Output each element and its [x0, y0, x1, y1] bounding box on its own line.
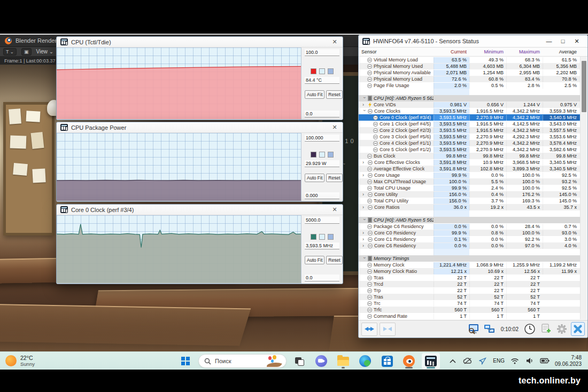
- hwinfo-title-bar[interactable]: HWiNFO64 v7.46-5110 - Sensors Status — □…: [359, 35, 587, 48]
- graph-title-bar[interactable]: Core 0 Clock (perf #3/4) ✕: [57, 205, 343, 215]
- background-color-swatch[interactable]: [319, 152, 325, 158]
- sensor-group-row[interactable]: ›CPU [#0]: AMD Ryzen 5 5625...: [359, 217, 581, 223]
- expander-icon[interactable]: ›: [362, 257, 367, 261]
- table-row[interactable]: Physical Memory Used5,488 MB4,603 MB6,30…: [359, 63, 581, 69]
- table-row[interactable]: ›Core Ratios36.0 x19.2 x43.5 x35.7 x: [359, 204, 581, 210]
- expander-icon[interactable]: ›: [362, 244, 366, 248]
- close-icon[interactable]: ✕: [330, 38, 339, 45]
- hwinfo-app-taskbar-icon[interactable]: [422, 353, 440, 369]
- sensor-monitor-icon[interactable]: [467, 322, 481, 336]
- expander-icon[interactable]: ›: [362, 205, 366, 210]
- close-icon[interactable]: ✕: [330, 124, 339, 131]
- wifi-icon[interactable]: [510, 355, 520, 367]
- show-hidden-icons-chevron[interactable]: [448, 355, 458, 367]
- search-box[interactable]: Поиск: [198, 354, 287, 368]
- background-color-swatch[interactable]: [319, 68, 325, 74]
- column-sensor[interactable]: Sensor: [359, 49, 434, 54]
- reset-button[interactable]: Reset: [326, 174, 342, 182]
- table-row[interactable]: Tras52 T52 T52 T: [359, 294, 581, 300]
- table-row[interactable]: Trp22 T22 T22 T: [359, 287, 581, 294]
- series-color-swatch[interactable]: [311, 234, 316, 240]
- auto-fit-button[interactable]: Auto Fit: [305, 256, 324, 264]
- table-row[interactable]: Core 4 Clock (perf #1/1)3,593.5 MHz2,270…: [359, 140, 581, 146]
- taskbar-clock[interactable]: 7:48 09.06.2023: [555, 355, 582, 367]
- settings-gear-icon[interactable]: [555, 322, 569, 336]
- column-minimum[interactable]: Minimum: [469, 49, 506, 54]
- language-indicator[interactable]: ENG: [493, 358, 505, 364]
- scale-min-field[interactable]: 0.000: [305, 192, 339, 199]
- close-icon[interactable]: ✕: [330, 206, 339, 213]
- graph-title-bar[interactable]: CPU (Tctl/Tdie) ✕: [57, 37, 343, 48]
- expander-icon[interactable]: ›: [362, 160, 366, 165]
- edge-browser-icon[interactable]: [356, 353, 374, 369]
- minimize-button[interactable]: —: [542, 38, 556, 44]
- column-maximum[interactable]: Maximum: [506, 49, 543, 54]
- table-row[interactable]: Page File Usage2.0 %0.5 %2.8 %2.5 %: [359, 82, 581, 89]
- table-row[interactable]: ›Core C0 Residency99.9 %0.8 %100.0 %93.0…: [359, 230, 581, 236]
- task-view-button[interactable]: [290, 353, 308, 369]
- expander-icon[interactable]: ›: [362, 109, 367, 113]
- report-icon[interactable]: [539, 322, 553, 336]
- auto-fit-button[interactable]: Auto Fit: [305, 174, 324, 182]
- expander-icon[interactable]: ›: [362, 192, 366, 197]
- maximize-button[interactable]: □: [556, 38, 570, 44]
- table-row[interactable]: ›Core VIDs0.981 V0.656 V1.244 V0.975 V: [359, 101, 581, 108]
- scale-min-field[interactable]: 0.0: [305, 111, 339, 117]
- scale-max-field[interactable]: 100.000: [305, 135, 339, 142]
- scrollbar-thumb[interactable]: [582, 61, 586, 112]
- auto-fit-button[interactable]: Auto Fit: [305, 90, 324, 99]
- expander-icon[interactable]: ›: [362, 103, 366, 107]
- exit-button[interactable]: [571, 322, 585, 336]
- sensor-group-row[interactable]: ›CPU [#0]: AMD Ryzen 5 5625U: [359, 95, 581, 101]
- table-row[interactable]: Core 3 Clock (perf #5/6)3,593.5 MHz2,270…: [359, 134, 581, 140]
- expander-icon[interactable]: ›: [362, 97, 367, 100]
- table-row[interactable]: Command Rate1 T1 T1 T: [359, 313, 581, 319]
- series-color-swatch[interactable]: [311, 68, 316, 74]
- scale-max-field[interactable]: 5000.0: [305, 217, 339, 224]
- battery-icon[interactable]: [540, 355, 550, 367]
- location-icon[interactable]: [478, 355, 488, 367]
- chat-app-icon[interactable]: [312, 353, 330, 369]
- blender-app-icon[interactable]: [400, 353, 418, 369]
- vertical-scrollbar[interactable]: [580, 57, 587, 319]
- table-row[interactable]: Core 2 Clock (perf #2/3)3,593.5 MHz1,916…: [359, 127, 581, 134]
- view-menu[interactable]: View ⌄: [36, 49, 54, 54]
- onedrive-icon[interactable]: [463, 355, 473, 367]
- table-row[interactable]: Virtual Memory Load63.5 %49.3 %68.3 %61.…: [359, 57, 581, 63]
- grid-color-swatch[interactable]: [328, 234, 334, 240]
- table-row[interactable]: ›Core C6 Residency0.0 %0.0 %97.0 %4.0 %: [359, 242, 581, 249]
- expander-icon[interactable]: ›: [362, 231, 366, 236]
- column-average[interactable]: Average: [543, 49, 579, 54]
- table-row[interactable]: Total CPU Utility156.0 %3.7 %169.3 %145.…: [359, 198, 581, 204]
- volume-icon[interactable]: [525, 355, 535, 367]
- table-row[interactable]: ›Core Usage99.9 %0.0 %100.0 %92.5 %: [359, 172, 581, 178]
- table-row[interactable]: ›Core Clocks3,593.5 MHz1,916.5 MHz4,342.…: [359, 108, 581, 114]
- reset-button[interactable]: Reset: [326, 90, 342, 99]
- graph-title-bar[interactable]: CPU Package Power ✕: [57, 122, 343, 133]
- table-row[interactable]: ›Core Effective Clocks3,591.8 MHz10.9 MH…: [359, 159, 581, 166]
- collapse-columns-button[interactable]: [380, 323, 396, 336]
- table-row[interactable]: Core 5 Clock (perf #1/2)3,593.5 MHz2,270…: [359, 146, 581, 153]
- column-current[interactable]: Current: [434, 49, 469, 54]
- table-row[interactable]: ›Core C1 Residency0.1 %0.0 %92.2 %3.0 %: [359, 236, 581, 242]
- sensor-group-row[interactable]: ›Memory Timings: [359, 255, 581, 262]
- microsoft-store-icon[interactable]: [378, 353, 396, 369]
- image-datablock-button[interactable]: ▣: [21, 48, 32, 56]
- table-row[interactable]: Physical Memory Available2,071 MB1,254 M…: [359, 69, 581, 76]
- editor-type-button[interactable]: T⌄: [3, 48, 17, 56]
- table-row[interactable]: Max CPU/Thread Usage100.0 %5.5 %100.0 %9…: [359, 178, 581, 185]
- table-row[interactable]: Memory Clock Ratio12.21 x10.69 x12.56 x1…: [359, 268, 581, 275]
- table-row[interactable]: Trc74 T74 T74 T: [359, 300, 581, 307]
- scale-min-field[interactable]: 0.0: [305, 275, 339, 281]
- table-row[interactable]: Total CPU Usage99.9 %2.4 %100.0 %92.5 %: [359, 185, 581, 191]
- table-row[interactable]: Physical Memory Load72.6 %60.8 %83.4 %70…: [359, 76, 581, 82]
- series-color-swatch[interactable]: [311, 152, 316, 158]
- table-row[interactable]: Trcd22 T22 T22 T: [359, 281, 581, 287]
- table-row[interactable]: Core 0 Clock (perf #3/4)3,593.5 MHz2,270…: [359, 114, 581, 121]
- scale-max-field[interactable]: 100.0: [305, 49, 339, 56]
- background-color-swatch[interactable]: [319, 234, 325, 240]
- table-row[interactable]: Core 1 Clock (perf #4/5)3,593.5 MHz1,916…: [359, 121, 581, 127]
- start-button[interactable]: [176, 353, 195, 369]
- table-row[interactable]: Bus Clock99.8 MHz99.8 MHz99.8 MHz99.8 MH…: [359, 153, 581, 159]
- table-row[interactable]: Average Effective Clock3,591.8 MHz102.8 …: [359, 166, 581, 172]
